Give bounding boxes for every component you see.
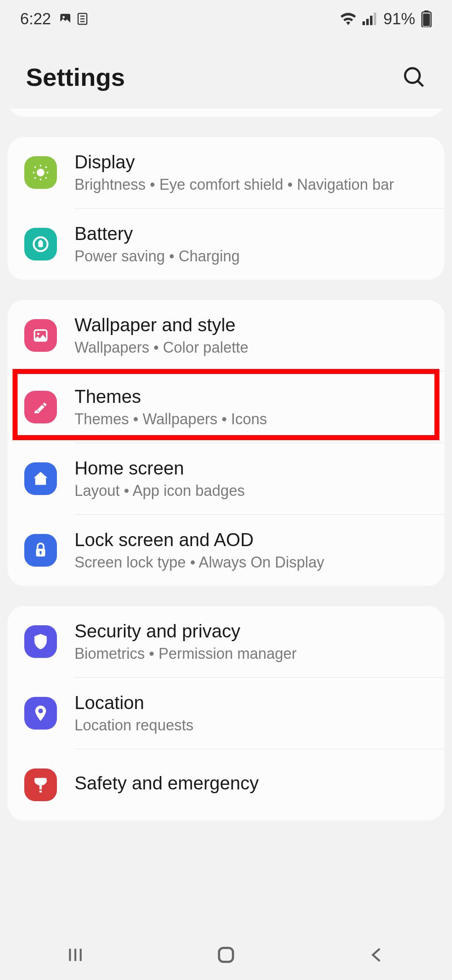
- page-title: Settings: [26, 63, 125, 92]
- svg-rect-7: [366, 19, 369, 25]
- item-subtitle: Brightness • Eye comfort shield • Naviga…: [74, 176, 428, 193]
- item-subtitle: Location requests: [74, 717, 428, 734]
- svg-rect-9: [374, 13, 376, 25]
- item-title: Themes: [74, 386, 428, 407]
- svg-point-15: [37, 169, 44, 176]
- phone-icon: [24, 769, 57, 801]
- settings-group: Wallpaper and styleWallpapers • Color pa…: [8, 300, 444, 586]
- item-title: Home screen: [74, 458, 428, 479]
- item-subtitle: Layout • App icon badges: [74, 482, 428, 500]
- header: Settings: [0, 38, 452, 108]
- search-icon[interactable]: [403, 66, 426, 89]
- settings-item-safety[interactable]: Safety and emergency: [8, 749, 444, 820]
- svg-line-19: [46, 178, 47, 179]
- sun-icon: [24, 156, 57, 189]
- svg-rect-37: [219, 948, 233, 962]
- item-title: Wallpaper and style: [74, 315, 428, 335]
- svg-rect-32: [39, 783, 42, 789]
- item-subtitle: Power saving • Charging: [74, 248, 428, 265]
- item-title: Display: [74, 152, 428, 173]
- settings-item-lock[interactable]: Lock screen and AODScreen lock type • Al…: [8, 515, 444, 586]
- svg-point-1: [62, 16, 64, 18]
- pin-icon: [24, 697, 57, 730]
- svg-rect-25: [39, 241, 43, 248]
- item-subtitle: Screen lock type • Always On Display: [74, 554, 428, 571]
- item-subtitle: Themes • Wallpapers • Icons: [74, 410, 428, 428]
- svg-line-22: [35, 178, 36, 179]
- settings-item-battery[interactable]: BatteryPower saving • Charging: [8, 209, 444, 280]
- status-bar: 6:22 91%: [0, 0, 452, 38]
- svg-rect-31: [40, 552, 41, 555]
- item-subtitle: Biometrics • Permission manager: [74, 645, 428, 663]
- settings-item-security[interactable]: Security and privacyBiometrics • Permiss…: [8, 606, 444, 677]
- svg-point-28: [37, 333, 40, 335]
- item-title: Security and privacy: [74, 621, 428, 642]
- settings-group: DisplayBrightness • Eye comfort shield •…: [8, 137, 444, 280]
- shield-icon: [24, 625, 57, 658]
- wifi-icon: [340, 13, 357, 25]
- back-button[interactable]: [364, 942, 389, 967]
- navigation-bar: [0, 930, 452, 980]
- home-button[interactable]: [213, 942, 239, 967]
- lock-icon: [24, 534, 57, 567]
- brush-icon: [24, 391, 57, 423]
- status-time: 6:22: [20, 10, 51, 28]
- settings-item-themes[interactable]: ThemesThemes • Wallpapers • Icons: [8, 371, 444, 443]
- item-title: Battery: [74, 223, 428, 244]
- svg-rect-12: [423, 13, 430, 26]
- item-title: Lock screen and AOD: [74, 529, 428, 550]
- battery-icon: [24, 228, 57, 260]
- signal-icon: [362, 13, 378, 25]
- gallery-status-icon: [59, 12, 72, 26]
- battery-icon: [421, 10, 432, 27]
- svg-line-23: [46, 167, 47, 168]
- sim-status-icon: [77, 12, 88, 26]
- item-title: Safety and emergency: [74, 773, 428, 794]
- item-title: Location: [74, 692, 428, 713]
- item-subtitle: Wallpapers • Color palette: [74, 339, 428, 356]
- settings-group: Security and privacyBiometrics • Permiss…: [8, 606, 444, 820]
- svg-rect-8: [370, 16, 372, 26]
- svg-line-18: [35, 167, 36, 168]
- settings-item-home[interactable]: Home screenLayout • App icon badges: [8, 443, 444, 514]
- battery-percent: 91%: [383, 10, 415, 28]
- settings-item-wallpaper[interactable]: Wallpaper and styleWallpapers • Color pa…: [8, 300, 444, 371]
- svg-rect-6: [362, 21, 365, 25]
- settings-item-location[interactable]: LocationLocation requests: [8, 678, 444, 749]
- home-icon: [24, 462, 57, 495]
- svg-point-13: [405, 68, 420, 83]
- svg-rect-26: [39, 240, 42, 242]
- image-icon: [24, 319, 57, 352]
- recents-button[interactable]: [63, 942, 88, 967]
- settings-group: NotificationsStatus bar • Do not disturb: [8, 108, 444, 117]
- settings-item-notifications[interactable]: NotificationsStatus bar • Do not disturb: [8, 108, 444, 117]
- settings-list[interactable]: NotificationsStatus bar • Do not disturb…: [0, 108, 452, 925]
- svg-line-14: [418, 81, 423, 86]
- svg-rect-33: [39, 791, 42, 793]
- settings-item-display[interactable]: DisplayBrightness • Eye comfort shield •…: [8, 137, 444, 208]
